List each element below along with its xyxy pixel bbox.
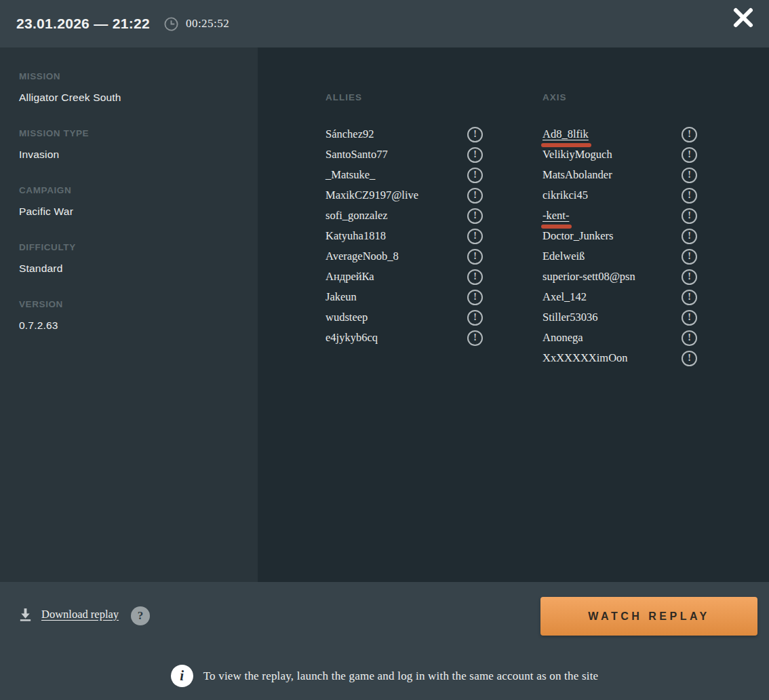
exclamation-circle-icon[interactable]: ! <box>682 188 697 203</box>
player-row: AverageNoob_8 ! <box>326 246 483 267</box>
exclamation-circle-icon[interactable]: ! <box>467 269 483 285</box>
exclamation-circle-icon[interactable]: ! <box>467 208 483 224</box>
player-row: SantoSanto77 ! <box>326 144 483 165</box>
player-name: SantoSanto77 <box>326 148 388 161</box>
player-name: cikrikci45 <box>543 189 588 202</box>
exclamation-circle-icon[interactable]: ! <box>682 249 697 265</box>
player-name: MaxikCZ9197@live <box>326 189 418 202</box>
close-button[interactable] <box>728 3 758 33</box>
player-row: sofi_gonzalez ! <box>326 206 483 226</box>
exclamation-circle-icon[interactable]: ! <box>682 229 697 244</box>
replay-info-note: i To view the replay, launch the game an… <box>0 665 769 687</box>
player-row: MatsAbolander ! <box>543 165 697 185</box>
player-name: superior-sett08@psn <box>543 270 635 284</box>
download-replay-label: Download replay <box>41 608 119 621</box>
exclamation-circle-icon[interactable]: ! <box>682 168 697 183</box>
player-row: АндрейКа ! <box>326 267 483 287</box>
exclamation-circle-icon[interactable]: ! <box>467 249 483 265</box>
player-row: Sánchez92 ! <box>326 124 483 144</box>
exclamation-circle-icon[interactable]: ! <box>467 188 483 203</box>
exclamation-circle-icon[interactable]: ! <box>467 290 483 305</box>
exclamation-circle-icon[interactable]: ! <box>467 147 483 163</box>
axis-title: AXIS <box>543 92 697 103</box>
player-name: sofi_gonzalez <box>326 209 388 222</box>
exclamation-circle-icon[interactable]: ! <box>682 127 697 142</box>
info-label: MISSION TYPE <box>19 128 239 139</box>
exclamation-circle-icon[interactable]: ! <box>682 290 697 305</box>
allies-title: ALLIES <box>326 92 483 103</box>
player-row: Doctor_Junkers ! <box>543 226 697 246</box>
player-name: XxXXXXXimOon <box>543 351 628 365</box>
exclamation-circle-icon[interactable]: ! <box>682 351 697 366</box>
player-name: VelikiyMoguch <box>543 148 612 161</box>
watch-replay-button[interactable]: WATCH REPLAY <box>540 597 757 636</box>
player-row: Axel_142 ! <box>543 287 697 307</box>
player-name: Axel_142 <box>543 290 587 304</box>
exclamation-circle-icon[interactable]: ! <box>682 147 697 163</box>
player-name: Anonega <box>543 331 583 345</box>
info-icon: i <box>171 665 193 687</box>
player-name: Doctor_Junkers <box>543 229 613 243</box>
info-label: CAMPAIGN <box>19 185 239 196</box>
player-row: XxXXXXXimOon ! <box>543 348 697 368</box>
modal-content: MISSION Alligator Creek South MISSION TY… <box>0 47 769 582</box>
exclamation-circle-icon[interactable]: ! <box>467 330 483 346</box>
info-value: Alligator Creek South <box>19 92 239 104</box>
mission-info-group: VERSION 0.7.2.63 <box>19 299 239 332</box>
allies-player-list: Sánchez92 ! SantoSanto77 ! _Matsuke_ ! M… <box>326 124 483 348</box>
player-row: cikrikci45 ! <box>543 185 697 206</box>
info-label: VERSION <box>19 299 239 310</box>
player-row: Edelweiß ! <box>543 246 697 267</box>
download-replay-link[interactable]: Download replay <box>18 606 119 622</box>
teams-panel: ALLIES Sánchez92 ! SantoSanto77 ! _Matsu… <box>258 47 769 582</box>
player-row: wudsteep ! <box>326 307 483 328</box>
player-row: -kent- ! <box>543 206 697 226</box>
help-button[interactable]: ? <box>131 606 150 625</box>
info-value: 0.7.2.63 <box>19 319 239 332</box>
player-name: MatsAbolander <box>543 168 612 182</box>
close-icon <box>736 10 751 25</box>
player-name: Jakeun <box>326 290 357 304</box>
player-row: Katyuha1818 ! <box>326 226 483 246</box>
player-name: AverageNoob_8 <box>326 250 399 263</box>
download-arrow-icon <box>18 606 33 622</box>
player-row: e4jykyb6cq ! <box>326 328 483 348</box>
player-name: Edelweiß <box>543 250 585 263</box>
player-row: Anonega ! <box>543 328 697 348</box>
exclamation-circle-icon[interactable]: ! <box>467 168 483 183</box>
match-duration: 00:25:52 <box>186 17 229 31</box>
player-row: Ad8_8lfik ! <box>543 124 697 144</box>
player-row: MaxikCZ9197@live ! <box>326 185 483 206</box>
replay-info-text: To view the replay, launch the game and … <box>203 669 599 683</box>
exclamation-circle-icon[interactable]: ! <box>467 127 483 142</box>
info-label: MISSION <box>19 71 239 82</box>
player-row: VelikiyMoguch ! <box>543 144 697 165</box>
player-row: _Matsuke_ ! <box>326 165 483 185</box>
allies-column: ALLIES Sánchez92 ! SantoSanto77 ! _Matsu… <box>326 92 483 582</box>
player-name: Katyuha1818 <box>326 229 386 243</box>
clock-icon <box>163 16 179 32</box>
exclamation-circle-icon[interactable]: ! <box>682 310 697 326</box>
exclamation-circle-icon[interactable]: ! <box>682 269 697 285</box>
player-name: Stiller53036 <box>543 311 598 324</box>
exclamation-circle-icon[interactable]: ! <box>467 310 483 326</box>
player-row: Stiller53036 ! <box>543 307 697 328</box>
player-name: e4jykyb6cq <box>326 331 378 345</box>
mission-info-sidebar: MISSION Alligator Creek South MISSION TY… <box>0 47 258 582</box>
player-name: Sánchez92 <box>326 128 374 141</box>
player-name: wudsteep <box>326 311 368 324</box>
exclamation-circle-icon[interactable]: ! <box>682 330 697 346</box>
modal-footer: Download replay ? WATCH REPLAY i To view… <box>0 582 769 700</box>
match-datetime: 23.01.2026 — 21:22 <box>16 16 150 32</box>
player-name: АндрейКа <box>326 270 374 284</box>
exclamation-circle-icon[interactable]: ! <box>682 208 697 224</box>
player-row: Jakeun ! <box>326 287 483 307</box>
info-value: Pacific War <box>19 206 239 218</box>
modal-header: 23.01.2026 — 21:22 00:25:52 <box>0 0 769 47</box>
player-name: -kent- <box>543 209 569 222</box>
player-name: Ad8_8lfik <box>543 128 589 141</box>
info-value: Invasion <box>19 149 239 161</box>
exclamation-circle-icon[interactable]: ! <box>467 229 483 244</box>
axis-player-list: Ad8_8lfik ! VelikiyMoguch ! MatsAbolande… <box>543 124 697 368</box>
info-value: Standard <box>19 262 239 275</box>
